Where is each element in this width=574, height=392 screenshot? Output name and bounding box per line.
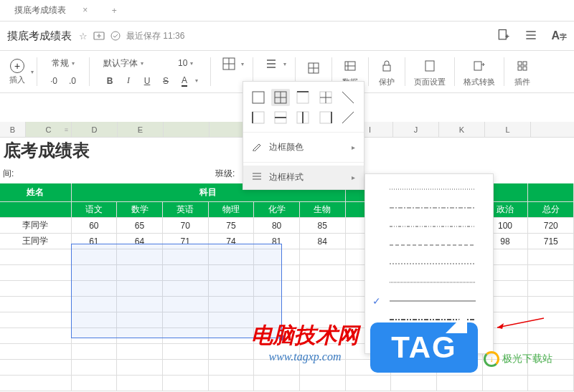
col-subject: 物理 bbox=[209, 202, 255, 218]
cell[interactable]: 85 bbox=[300, 218, 346, 234]
tag-badge: TAG bbox=[370, 322, 478, 373]
style-dropdown[interactable]: 常规▾ bbox=[47, 55, 80, 72]
border-outer-icon[interactable] bbox=[249, 89, 268, 106]
col-subject: 化学 bbox=[254, 202, 300, 218]
save-status: 最近保存 11:36 bbox=[126, 30, 184, 42]
border-vertical-icon[interactable] bbox=[293, 109, 312, 126]
format-convert-icon[interactable] bbox=[470, 57, 489, 75]
font-color-button[interactable]: A bbox=[177, 73, 192, 89]
border-horizontal-icon[interactable] bbox=[271, 109, 290, 126]
data-icon[interactable] bbox=[341, 57, 359, 75]
strike-button[interactable]: S bbox=[158, 73, 174, 89]
line-style-dotted[interactable] bbox=[365, 254, 493, 273]
bold-button[interactable]: B bbox=[102, 73, 118, 89]
folder-icon[interactable] bbox=[93, 30, 105, 42]
svg-point-1 bbox=[111, 32, 120, 40]
cell[interactable]: 70 bbox=[163, 218, 209, 234]
lines-icon bbox=[252, 171, 262, 183]
decrease-decimal-icon[interactable]: .0 bbox=[65, 73, 80, 89]
svg-rect-9 bbox=[518, 62, 522, 65]
new-doc-icon[interactable] bbox=[497, 28, 511, 44]
decimal-dot-icon[interactable]: ·0 bbox=[46, 73, 62, 89]
underline-button[interactable]: U bbox=[139, 73, 155, 89]
border-right-icon[interactable] bbox=[316, 109, 335, 126]
col-header[interactable]: J bbox=[393, 122, 439, 137]
site-logo: ↓ 极光下载站 bbox=[484, 351, 552, 367]
col-subject: 数学 bbox=[117, 202, 163, 218]
add-tab-button[interactable]: + bbox=[105, 2, 123, 19]
cell[interactable]: 60 bbox=[72, 218, 118, 234]
col-subject: 总分 bbox=[528, 202, 574, 218]
border-left-icon[interactable] bbox=[249, 109, 268, 126]
document-title: 摸底考成绩表 bbox=[7, 29, 72, 43]
cell[interactable]: 74 bbox=[209, 234, 255, 249]
sheet-title: 底考成绩表 bbox=[0, 138, 230, 163]
col-header[interactable] bbox=[164, 122, 210, 137]
protect-label: 保护 bbox=[379, 77, 395, 87]
page-setup-icon[interactable] bbox=[420, 57, 439, 75]
cell[interactable]: 84 bbox=[300, 234, 346, 249]
col-header[interactable]: L bbox=[485, 122, 531, 137]
cell-name[interactable]: 李同学 bbox=[0, 218, 72, 234]
cell[interactable]: 720 bbox=[528, 218, 574, 234]
line-style-fine-dots[interactable] bbox=[365, 273, 493, 292]
cell[interactable]: 75 bbox=[209, 218, 255, 234]
meta-time: 间: bbox=[0, 168, 72, 182]
border-diag-down-icon[interactable] bbox=[339, 89, 357, 106]
menu-icon[interactable] bbox=[524, 28, 538, 44]
line-style-dashdot[interactable] bbox=[365, 199, 493, 217]
insert-dropdown[interactable]: ▾ bbox=[31, 69, 34, 75]
border-dropdown[interactable]: ▾ bbox=[241, 61, 244, 67]
check-circle-icon bbox=[110, 31, 121, 41]
cell[interactable]: 715 bbox=[528, 234, 574, 249]
col-subject: 语文 bbox=[72, 202, 118, 218]
cell[interactable]: 64 bbox=[117, 234, 163, 249]
close-tab-icon[interactable]: × bbox=[83, 5, 88, 15]
chevron-right-icon: ▸ bbox=[352, 143, 355, 151]
cell[interactable]: 65 bbox=[117, 218, 163, 234]
cell-name[interactable]: 王同学 bbox=[0, 234, 72, 249]
filter-icon[interactable] bbox=[304, 59, 323, 77]
cell[interactable]: 81 bbox=[254, 234, 300, 249]
col-header[interactable]: K bbox=[439, 122, 485, 137]
line-style-thin-solid[interactable]: ✓ bbox=[365, 292, 493, 310]
border-color-item[interactable]: 边框颜色 ▸ bbox=[243, 135, 364, 159]
cell[interactable]: 80 bbox=[254, 218, 300, 234]
cell[interactable]: 71 bbox=[163, 234, 209, 249]
svg-rect-20 bbox=[320, 112, 331, 123]
align-button[interactable] bbox=[262, 54, 281, 73]
insert-button[interactable]: + bbox=[10, 59, 24, 73]
line-style-dashed[interactable] bbox=[365, 236, 493, 254]
line-style-dotted-fine[interactable] bbox=[365, 180, 493, 199]
border-inner-icon[interactable] bbox=[316, 89, 335, 106]
col-header[interactable]: B bbox=[0, 122, 26, 137]
svg-rect-7 bbox=[425, 61, 434, 71]
pen-icon bbox=[252, 141, 262, 153]
border-diag-up-icon[interactable] bbox=[339, 109, 357, 126]
col-header[interactable]: D bbox=[72, 122, 118, 137]
font-size-icon[interactable]: A字 bbox=[551, 29, 567, 42]
svg-rect-15 bbox=[297, 92, 309, 103]
svg-rect-8 bbox=[474, 62, 481, 70]
col-header[interactable]: C≡ bbox=[26, 122, 72, 137]
col-subject: 英语 bbox=[163, 202, 209, 218]
font-dropdown[interactable]: 默认字体▾ bbox=[98, 55, 170, 72]
cell[interactable]: 61 bbox=[72, 234, 118, 249]
protect-icon[interactable] bbox=[377, 57, 396, 75]
border-button[interactable] bbox=[220, 54, 238, 73]
border-top-icon[interactable] bbox=[293, 89, 312, 106]
border-menu: 边框颜色 ▸ 边框样式 ▸ bbox=[243, 81, 364, 190]
line-style-dashdotdot[interactable] bbox=[365, 217, 493, 236]
star-icon[interactable]: ☆ bbox=[79, 31, 88, 42]
document-tab[interactable]: 摸底考成绩表 × bbox=[4, 0, 98, 21]
italic-button[interactable]: I bbox=[121, 73, 136, 89]
font-size-dropdown[interactable]: 10▾ bbox=[173, 56, 202, 70]
col-header[interactable]: E bbox=[118, 122, 164, 137]
border-all-icon[interactable] bbox=[271, 89, 290, 106]
svg-rect-6 bbox=[383, 65, 390, 71]
plugin-icon[interactable] bbox=[513, 57, 532, 75]
svg-rect-11 bbox=[518, 67, 522, 70]
page-setup-label: 页面设置 bbox=[414, 77, 446, 87]
border-style-item[interactable]: 边框样式 ▸ bbox=[243, 166, 364, 189]
svg-rect-2 bbox=[499, 29, 507, 39]
